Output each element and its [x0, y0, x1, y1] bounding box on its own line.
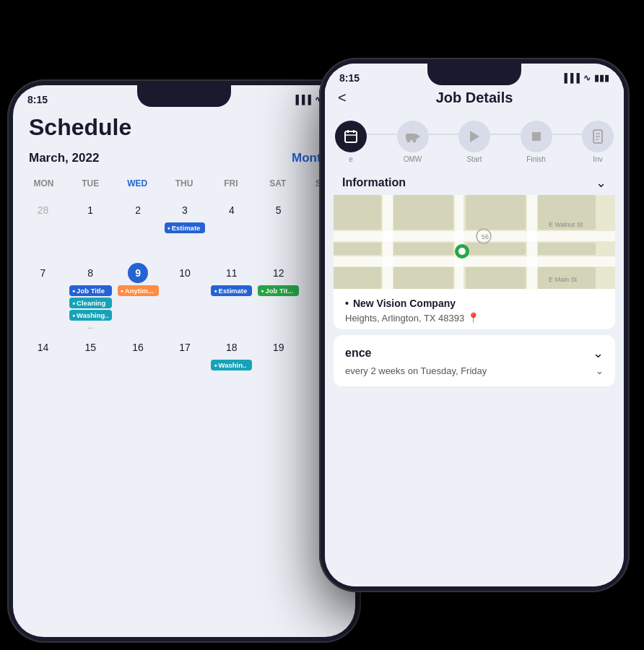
- cal-event-estimate-3[interactable]: Estimate: [165, 222, 206, 233]
- cal-cell-10[interactable]: 10: [162, 260, 208, 333]
- location-pin-icon: 📍: [467, 312, 479, 324]
- status-time-2: 8:15: [339, 72, 360, 84]
- connector-3: [490, 134, 521, 135]
- wifi-icon: ∿: [583, 73, 591, 83]
- cal-cell-19[interactable]: 19: [256, 334, 301, 396]
- cal-cell-28[interactable]: 28: [20, 197, 66, 259]
- cal-date-14: 14: [32, 337, 53, 358]
- cal-date-8: 8: [80, 263, 100, 283]
- job-details-app: 8:15 ▐▐▐ ∿ ▮▮▮ < Job Details: [325, 64, 624, 586]
- status-time-1: 8:15: [27, 94, 48, 105]
- schedule-header: Schedule March, 2022 Month: [13, 108, 355, 174]
- location-address: Heights, Arlington, TX 48393 📍: [345, 312, 604, 324]
- workflow-step-schedule[interactable]: e: [335, 121, 367, 163]
- cal-date-16: 16: [128, 337, 148, 358]
- schedule-title: Schedule: [29, 114, 339, 141]
- svg-marker-8: [470, 131, 479, 142]
- schedule-step-label: e: [349, 155, 353, 163]
- svg-rect-26: [334, 195, 381, 230]
- invoice-step-label: Inv: [593, 155, 602, 163]
- svg-rect-24: [538, 243, 596, 255]
- cal-date-17: 17: [175, 337, 195, 358]
- workflow-step-omw[interactable]: OMW: [397, 121, 429, 163]
- svg-text:E Main St: E Main St: [549, 276, 578, 283]
- start-step-icon: [458, 121, 490, 152]
- battery-icon: ▮▮▮: [594, 73, 609, 83]
- finish-step-label: Finish: [526, 155, 546, 163]
- day-tue: TUE: [67, 174, 114, 193]
- cal-cell-18[interactable]: 18 Washin..: [209, 334, 254, 396]
- finish-step-icon: [521, 121, 552, 152]
- cal-cell-17[interactable]: 17: [162, 334, 208, 396]
- cal-event-estimate-11[interactable]: Estimate: [211, 285, 252, 296]
- cal-event-anytime-9[interactable]: Anytim...: [118, 285, 159, 296]
- workflow-step-finish[interactable]: Finish: [521, 121, 552, 163]
- cal-event-cleaning-8[interactable]: Cleaning: [69, 298, 112, 308]
- schedule-month-label: March, 2022: [29, 151, 99, 165]
- cal-cell-15[interactable]: 15: [67, 334, 114, 396]
- cal-cell-2[interactable]: 2: [116, 197, 161, 259]
- recurrence-expand-icon: ⌄: [596, 365, 604, 376]
- connector-1: [367, 134, 397, 135]
- status-icons-2: ▐▐▐ ∿ ▮▮▮: [561, 73, 609, 83]
- svg-rect-16: [334, 256, 615, 266]
- schedule-app: 8:15 ▐▐▐ ∿ ▮▮▮ Schedule March, 2022 Mont…: [13, 85, 355, 637]
- job-details-header: < Job Details: [325, 87, 624, 113]
- phone-2-screen: 8:15 ▐▐▐ ∿ ▮▮▮ < Job Details: [325, 64, 624, 586]
- workflow-step-start[interactable]: Start: [458, 121, 490, 163]
- calendar-day-headers: MON TUE WED THU FRI SAT SUN: [20, 174, 348, 193]
- location-info: New Vision Company Heights, Arlington, T…: [334, 289, 615, 329]
- connector-4: [552, 134, 583, 135]
- recurrence-text: every 2 weeks on Tuesday, Friday ⌄: [345, 365, 604, 376]
- cal-event-jobtitle-8[interactable]: Job Title: [69, 285, 112, 296]
- cal-cell-1[interactable]: 1: [67, 197, 114, 259]
- recurrence-title: ence: [345, 347, 371, 360]
- cal-event-jobtit-12[interactable]: Job Tit...: [258, 285, 299, 296]
- address-text: Heights, Arlington, TX 48393: [345, 313, 464, 324]
- signal-icon-1: ▐▐▐: [292, 95, 311, 105]
- schedule-month-row: March, 2022 Month: [29, 151, 339, 165]
- workflow-step-invoice[interactable]: Inv: [582, 121, 614, 163]
- cal-cell-9[interactable]: 9 Anytim...: [116, 260, 161, 333]
- day-fri: FRI: [207, 174, 254, 193]
- svg-rect-20: [393, 195, 453, 230]
- cal-cell-3[interactable]: 3 Estimate: [162, 197, 208, 259]
- recurrence-value: every 2 weeks on Tuesday, Friday: [345, 365, 487, 376]
- back-button[interactable]: <: [338, 90, 347, 106]
- cal-date-7: 7: [32, 263, 53, 283]
- cal-cell-14[interactable]: 14: [20, 334, 66, 396]
- svg-rect-31: [334, 267, 381, 289]
- recurrence-section: ence ⌄ every 2 weeks on Tuesday, Friday …: [334, 335, 615, 386]
- cal-date-5: 5: [269, 200, 289, 220]
- cal-event-washing-18[interactable]: Washin..: [211, 360, 252, 370]
- cal-date-15: 15: [80, 337, 100, 358]
- cal-cell-7[interactable]: 7: [20, 260, 66, 333]
- day-sat: SAT: [254, 174, 301, 193]
- cal-cell-8[interactable]: 8 Job Title Cleaning Washing.. ...: [67, 260, 114, 333]
- svg-rect-0: [345, 131, 357, 142]
- info-section-title: Information: [342, 176, 406, 189]
- cal-cell-12[interactable]: 12 Job Tit...: [256, 260, 301, 333]
- recurrence-header[interactable]: ence ⌄: [345, 345, 604, 361]
- location-name: New Vision Company: [345, 298, 604, 309]
- notch-1: [137, 85, 231, 107]
- workflow-bar: e OMW: [325, 113, 624, 168]
- cal-cell-16[interactable]: 16: [116, 334, 161, 396]
- svg-rect-23: [466, 243, 526, 255]
- more-events-8: ...: [69, 322, 112, 330]
- cal-event-washing-8[interactable]: Washing..: [69, 310, 112, 321]
- info-section-header[interactable]: Information ⌄: [325, 168, 624, 195]
- calendar-grid: 28 1 2 3 Estimate 4: [20, 197, 348, 396]
- schedule-step-icon: [335, 121, 367, 152]
- cal-cell-11[interactable]: 11 Estimate: [209, 260, 254, 333]
- calendar: MON TUE WED THU FRI SAT SUN 28 1: [13, 174, 355, 637]
- cal-date-12: 12: [269, 263, 289, 283]
- svg-rect-25: [334, 243, 381, 255]
- cal-cell-5[interactable]: 5: [256, 197, 301, 259]
- cal-cell-4[interactable]: 4: [209, 197, 254, 259]
- phone-1-screen: 8:15 ▐▐▐ ∿ ▮▮▮ Schedule March, 2022 Mont…: [13, 85, 355, 637]
- svg-rect-18: [455, 195, 464, 289]
- signal-icon: ▐▐▐: [561, 73, 580, 83]
- svg-rect-28: [393, 267, 453, 289]
- cal-date-2: 2: [128, 200, 148, 220]
